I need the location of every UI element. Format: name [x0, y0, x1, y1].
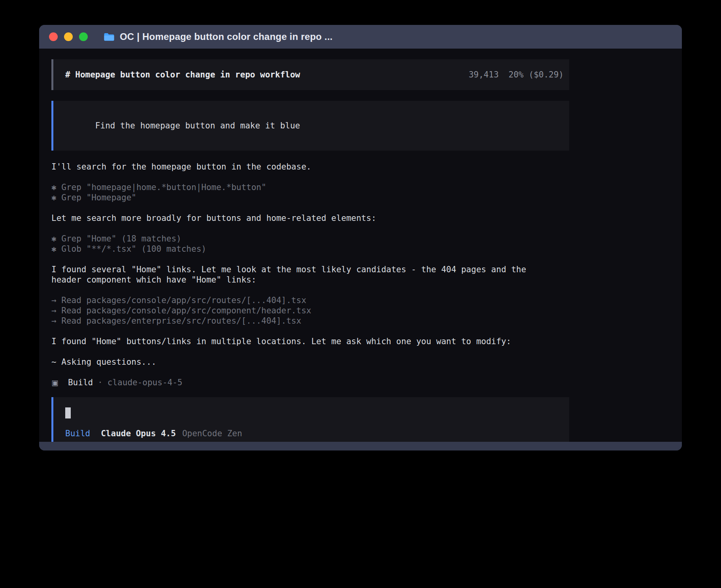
terminal-content: # Homepage button color change in repo w…: [39, 49, 682, 442]
tool-call-line: ✱ Grep "homepage|home.*button|Home.*butt…: [51, 182, 569, 192]
window-bottom-edge: [39, 442, 682, 450]
assistant-text-block: I found "Home" buttons/links in multiple…: [51, 336, 569, 347]
assistant-text-block: I found several "Home" links. Let me loo…: [51, 264, 569, 285]
window-titlebar[interactable]: OC | Homepage button color change in rep…: [39, 25, 682, 49]
agent-icon: ▣: [51, 377, 59, 388]
assistant-text-block: ~ Asking questions...: [51, 357, 569, 367]
zoom-button[interactable]: [79, 32, 88, 41]
session-title: # Homepage button color change in repo w…: [65, 70, 300, 80]
model-name: Claude Opus 4.5: [101, 428, 176, 439]
assistant-text-line: I found "Home" buttons/links in multiple…: [51, 336, 569, 347]
agent-separator: ·: [98, 377, 103, 388]
input-meta: Build Claude Opus 4.5 OpenCode Zen: [65, 428, 557, 439]
tool-call-line: ✱ Grep "Homepage": [51, 192, 569, 203]
folder-icon: [104, 32, 115, 41]
assistant-text-line: ~ Asking questions...: [51, 357, 569, 367]
session-cost: ($0.29): [528, 70, 564, 80]
tool-call-line: ✱ Grep "Home" (18 matches): [51, 234, 569, 244]
assistant-text-line: Let me search more broadly for buttons a…: [51, 213, 569, 223]
minimize-button[interactable]: [64, 32, 73, 41]
mode-indicator[interactable]: Build: [65, 428, 90, 439]
tool-call-block: ✱ Grep "homepage|home.*button|Home.*butt…: [51, 182, 569, 203]
assistant-text-line: I found several "Home" links. Let me loo…: [51, 264, 569, 275]
session-stats: 39,413 20% ($0.29): [469, 70, 564, 80]
user-message-text: Find the homepage button and make it blu…: [95, 121, 300, 130]
agent-model: claude-opus-4-5: [108, 377, 183, 388]
agent-name: Build: [68, 377, 93, 388]
provider-name: OpenCode Zen: [182, 428, 242, 439]
prompt-input[interactable]: Build Claude Opus 4.5 OpenCode Zen: [51, 397, 569, 442]
assistant-text-line: I'll search for the homepage button in t…: [51, 162, 569, 172]
terminal-window: OC | Homepage button color change in rep…: [39, 25, 682, 450]
tool-call-block: ✱ Grep "Home" (18 matches)✱ Glob "**/*.t…: [51, 234, 569, 254]
tool-call-line: → Read packages/console/app/src/componen…: [51, 305, 569, 316]
conversation: I'll search for the homepage button in t…: [51, 162, 569, 367]
assistant-text-line: header component which have "Home" links…: [51, 275, 569, 285]
context-percent: 20%: [509, 70, 524, 80]
window-title: OC | Homepage button color change in rep…: [120, 31, 332, 42]
tool-call-line: ✱ Glob "**/*.tsx" (100 matches): [51, 244, 569, 254]
tool-call-line: → Read packages/enterprise/src/routes/[.…: [51, 316, 569, 326]
close-button[interactable]: [49, 32, 58, 41]
session-header: # Homepage button color change in repo w…: [51, 59, 569, 90]
assistant-text-block: I'll search for the homepage button in t…: [51, 162, 569, 172]
traffic-lights: [49, 32, 94, 41]
tool-call-line: → Read packages/console/app/src/routes/[…: [51, 295, 569, 305]
tool-call-block: → Read packages/console/app/src/routes/[…: [51, 295, 569, 326]
assistant-text-block: Let me search more broadly for buttons a…: [51, 213, 569, 223]
user-message: Find the homepage button and make it blu…: [51, 101, 569, 151]
text-cursor: [65, 407, 71, 418]
token-count: 39,413: [469, 70, 499, 80]
agent-status-line: ▣ Build · claude-opus-4-5: [51, 377, 682, 388]
